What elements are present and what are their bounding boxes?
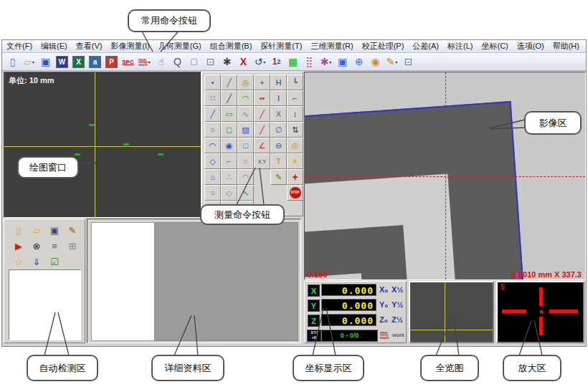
delete-icon[interactable]: X <box>236 54 251 70</box>
x-half-button[interactable]: X½ <box>392 285 404 294</box>
open-file-icon[interactable]: ▱▾ <box>22 54 37 70</box>
auto-package-icon[interactable]: ▣ <box>46 223 63 238</box>
notes-icon[interactable]: ✎▾ <box>384 54 399 70</box>
dot-grid-icon[interactable]: ⣿ <box>302 54 317 70</box>
camera-icon[interactable]: ◉ <box>368 54 383 70</box>
measure-height[interactable]: H <box>270 75 287 90</box>
spc-icon[interactable]: SPC <box>120 54 136 70</box>
save-icon[interactable]: ▣ <box>38 54 53 70</box>
x-zero-button[interactable]: X₀ <box>379 285 388 294</box>
menu-item-7[interactable]: 三维测量(R) <box>306 41 357 52</box>
auto-stop-icon[interactable]: ⊗ <box>28 239 45 254</box>
pan-hand-icon[interactable]: ☝ <box>153 54 169 70</box>
measure-elbow[interactable]: ⌐ <box>221 153 237 169</box>
undo-icon[interactable]: ↺▾ <box>252 54 267 70</box>
menu-item-2[interactable]: 查看(V) <box>72 41 107 52</box>
xy-polar-toggle-button[interactable]: XY/rθ <box>307 330 321 342</box>
z-zero-button[interactable]: Z₀ <box>379 315 388 324</box>
grid-icon[interactable]: ▦ <box>285 54 300 70</box>
measure-gear-circle[interactable]: ◎ <box>237 75 254 90</box>
measure-red-line[interactable]: ╱ <box>254 106 270 122</box>
mm-inch-indicator[interactable]: mminch <box>380 330 389 340</box>
measure-target[interactable]: ◎ <box>287 138 303 153</box>
export-cad-icon[interactable]: a <box>87 54 103 70</box>
z-axis-button[interactable]: Z <box>308 315 320 327</box>
auto-xyz-down-icon[interactable]: ⇓ <box>28 254 45 269</box>
measure-oval[interactable]: ○ <box>204 185 221 201</box>
measure-gears[interactable]: ∴ <box>221 169 237 185</box>
annotate-pen[interactable]: ✎ <box>270 169 287 185</box>
menu-item-6[interactable]: 探针测量(T) <box>256 41 306 52</box>
measure-arc[interactable]: ◠ <box>237 90 254 106</box>
new-file-icon[interactable]: ▯ <box>5 54 20 70</box>
focus-target-icon[interactable]: ✱▾ <box>318 54 333 70</box>
auto-steps-icon[interactable]: ≡ <box>46 239 63 254</box>
video-area[interactable]: 0.180 0.0010 mm X 337.3 <box>304 72 586 280</box>
measure-dashed-arc[interactable]: ◠ <box>237 169 254 185</box>
annotate-text[interactable]: T <box>270 153 287 169</box>
menu-item-1[interactable]: 编辑(E) <box>37 41 72 52</box>
auto-flash-icon[interactable]: ☆ <box>10 254 27 269</box>
magnifier-area[interactable]: 5 <box>496 281 584 343</box>
measure-cross-lines[interactable]: X <box>270 106 287 122</box>
menu-item-10[interactable]: 标注(L) <box>443 41 477 52</box>
measure-line[interactable]: ╱ <box>221 90 237 106</box>
measure-ellipse-axis[interactable]: ⊖ <box>270 138 287 153</box>
menu-item-4[interactable]: 几何测量(G) <box>154 41 206 52</box>
measure-curve[interactable]: ∿ <box>237 106 254 122</box>
measure-spline[interactable]: ∿ <box>237 185 254 201</box>
auto-check-icon[interactable]: ☑ <box>46 254 63 269</box>
x-axis-button[interactable]: X <box>308 285 320 297</box>
overview-map[interactable] <box>409 281 494 343</box>
new-window-icon[interactable]: ▣ <box>335 54 350 70</box>
auto-edit-icon[interactable]: ✎ <box>64 223 81 238</box>
measure-box[interactable]: ▭ <box>221 106 237 122</box>
measure-point[interactable]: • <box>204 75 221 90</box>
menu-item-0[interactable]: 文件(F) <box>2 41 37 52</box>
measure-line-box[interactable]: ╱ <box>221 75 237 90</box>
measure-diamond[interactable]: ◇ <box>204 153 221 169</box>
stage-move[interactable]: + <box>287 169 303 185</box>
measure-step-dim[interactable]: ⇅ <box>287 122 303 138</box>
menu-item-3[interactable]: 影像测量(I) <box>106 41 153 52</box>
auto-new-icon[interactable]: ▯ <box>10 223 27 238</box>
menu-item-13[interactable]: 帮助(H) <box>549 41 584 52</box>
measure-width[interactable]: I <box>270 90 287 106</box>
detail-report-area[interactable] <box>154 222 298 341</box>
measure-skew-box[interactable]: ◇ <box>221 185 237 201</box>
measure-two-points[interactable]: •• <box>254 90 270 106</box>
auto-windows-icon[interactable]: ⊞ <box>64 239 81 254</box>
measure-red-line-2[interactable]: ╱ <box>254 122 270 138</box>
measure-circle[interactable]: ○ <box>204 122 221 138</box>
menu-item-5[interactable]: 组合测量(B) <box>206 41 257 52</box>
measure-diameter[interactable]: ∅ <box>270 122 287 138</box>
work-coordinate-label[interactable]: work <box>392 332 404 338</box>
export-pdf-icon[interactable]: P <box>104 54 119 70</box>
measure-ring[interactable]: ◉ <box>221 138 237 153</box>
auto-run-icon[interactable]: ▶ <box>10 239 27 254</box>
measure-xy-coordinate[interactable]: X,Y <box>254 153 270 169</box>
measure-line-2[interactable]: ╱ <box>204 106 221 122</box>
select-area-icon[interactable]: □ <box>186 54 201 70</box>
measure-corner[interactable]: ┗ <box>287 75 303 90</box>
zoom-icon[interactable]: Q <box>170 54 185 70</box>
measure-rect[interactable]: ◻ <box>221 122 237 138</box>
measure-dashed-circle[interactable]: ○ <box>237 153 254 169</box>
export-word-icon[interactable]: W <box>54 54 70 70</box>
stop-button[interactable]: STOP <box>287 185 303 201</box>
y-axis-button[interactable]: Y <box>308 300 320 312</box>
menu-item-9[interactable]: 公差(A) <box>408 41 443 52</box>
menu-item-11[interactable]: 坐标(C) <box>477 41 512 52</box>
z-half-button[interactable]: Z½ <box>392 315 403 324</box>
auto-detect-list[interactable] <box>9 269 81 340</box>
measure-angle[interactable]: ∠ <box>254 138 270 153</box>
measure-point-array[interactable]: ∷ <box>204 90 221 106</box>
screen-icon[interactable]: ⊡ <box>401 54 416 70</box>
y-half-button[interactable]: Y½ <box>392 300 404 309</box>
export-excel-icon[interactable]: X <box>71 54 86 70</box>
pick-point-icon[interactable]: ✱ <box>219 54 234 70</box>
menu-item-12[interactable]: 选项(O) <box>513 41 549 52</box>
menu-item-8[interactable]: 校正处理(P) <box>358 41 409 52</box>
measure-distance[interactable]: + <box>254 75 270 90</box>
drawing-window[interactable]: 单位: 10 mm <box>4 72 201 218</box>
